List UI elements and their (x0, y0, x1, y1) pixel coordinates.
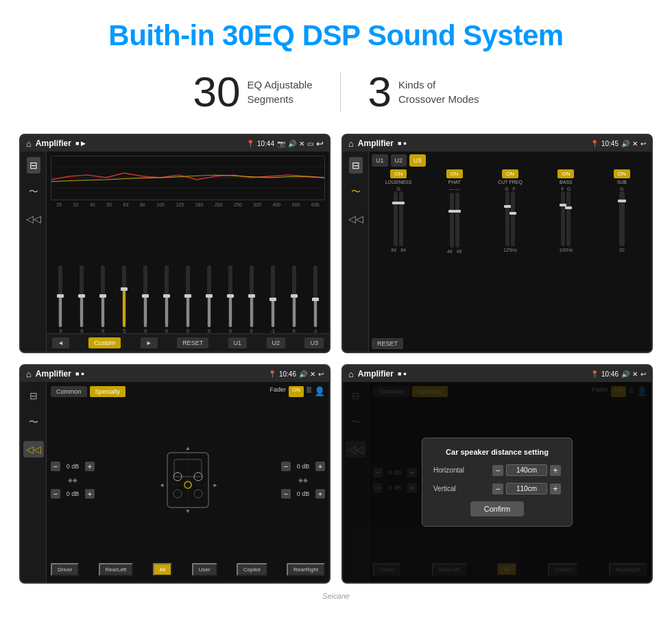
speaker-icon-2[interactable]: ◁◁ (346, 211, 366, 227)
confirm-button[interactable]: Confirm (470, 501, 525, 516)
status-bar-4: ⌂ Amplifier ■ ● 📍 10:46 🔊 ✕ ↩ (343, 366, 651, 382)
minus-horizontal[interactable]: − (492, 465, 503, 476)
svg-point-7 (173, 490, 182, 498)
eq-icon-2[interactable]: ⊟ (349, 157, 363, 174)
side-icons-1: ⊟ 〜 ◁◁ (21, 152, 47, 352)
window-icon-1: ▭ (307, 140, 313, 147)
prev-button[interactable]: ◄ (52, 337, 69, 348)
svg-text:▼: ▼ (185, 508, 191, 514)
minus-fr[interactable]: − (281, 462, 291, 471)
reset-button[interactable]: RESET (177, 337, 208, 348)
speaker-main-panel: Common Specialty Fader ON ||| 👤 − 0 dB (47, 382, 329, 582)
x-icon-4: ✕ (632, 370, 638, 378)
eq-slider-col-13: -1 (305, 265, 325, 333)
vol-icon-3: 🔊 (299, 370, 307, 378)
icons-4: ■ ● (398, 370, 407, 377)
u1-preset[interactable]: U1 (372, 154, 388, 167)
channel-cutfreq: ON CUT FREQ G F 125Hz (483, 169, 537, 333)
minus-fl[interactable]: − (51, 462, 60, 471)
u2-button[interactable]: U2 (267, 337, 286, 348)
screen-crossover: ⌂ Amplifier ■ ● 📍 10:45 🔊 ✕ ↩ ⊟ 〜 ◁◁ U (341, 134, 653, 353)
user-btn[interactable]: User (192, 563, 217, 576)
status-bar-3: ⌂ Amplifier ■ ● 📍 10:46 🔊 ✕ ↩ (21, 366, 329, 382)
tab-specialty[interactable]: Specialty (90, 386, 126, 397)
pin-icon-2: 📍 (590, 140, 599, 147)
wave-icon-3[interactable]: 〜 (26, 414, 41, 431)
watermark: Seicane (0, 589, 672, 604)
stat-crossover-text: Kinds ofCrossover Modes (398, 77, 479, 106)
plus-rr[interactable]: + (315, 489, 325, 499)
speaker-icon[interactable]: ◁◁ (23, 211, 44, 227)
eq-icon-3[interactable]: ⊟ (27, 387, 40, 404)
crossover-reset[interactable]: RESET (372, 338, 403, 349)
driver-btn[interactable]: Driver (51, 563, 79, 576)
home-icon-1[interactable]: ⌂ (26, 139, 32, 149)
back-icon-4[interactable]: ↩ (640, 370, 646, 378)
fader-label-3: Fader (269, 386, 286, 397)
eq-slider-col-5: 0 (136, 265, 156, 333)
u1-button[interactable]: U1 (228, 337, 248, 348)
eq-slider-col-6: 0 (157, 265, 177, 333)
u2-preset[interactable]: U2 (391, 154, 407, 167)
eq-icon[interactable]: ⊟ (27, 157, 40, 174)
dialog-title: Car speaker distance setting (433, 448, 561, 456)
channel-sub: ON SUB G 20 (595, 169, 649, 333)
speaker-bottom-btns: Driver RearLeft All User Copilot RearRig… (51, 561, 325, 578)
plus-rl[interactable]: + (85, 489, 95, 499)
sub-on[interactable]: ON (614, 169, 630, 178)
status-left-2: ⌂ Amplifier ■ ● (348, 139, 407, 149)
svg-text:▲: ▲ (185, 445, 191, 451)
dialog-overlay: Car speaker distance setting Horizontal … (343, 382, 651, 582)
horizontal-input[interactable]: 140cm (506, 464, 547, 476)
speaker-tabs: Common Specialty Fader ON ||| 👤 (51, 386, 325, 397)
custom-button[interactable]: Custom (88, 337, 121, 348)
eq-slider-track-2[interactable] (80, 265, 84, 327)
time-1: 10:44 (257, 140, 274, 147)
back-icon-1[interactable]: ↩ (316, 139, 324, 149)
phat-on[interactable]: ON (446, 169, 463, 178)
back-icon-3[interactable]: ↩ (318, 370, 324, 378)
app-title-1: Amplifier (36, 139, 71, 148)
home-icon-4[interactable]: ⌂ (348, 369, 354, 379)
right-db-controls: − 0 dB + ◈◈ − 0 dB + (281, 462, 325, 499)
eq-slider-track-1[interactable] (58, 265, 62, 327)
rearright-btn[interactable]: RearRight (287, 563, 325, 576)
plus-fl[interactable]: + (85, 462, 95, 471)
icons-2: ■ ● (398, 140, 407, 147)
page-title: Buith-in 30EQ DSP Sound System (0, 0, 672, 59)
vertical-input[interactable]: 110cm (506, 483, 547, 494)
u3-button[interactable]: U3 (304, 337, 324, 348)
vol-icon-2: 🔊 (621, 140, 629, 147)
loudness-label: LOUDNESS (385, 180, 412, 184)
back-icon-2[interactable]: ↩ (640, 140, 646, 147)
stat-eq-number: 30 (193, 67, 240, 116)
bass-on[interactable]: ON (557, 169, 574, 178)
copilot-btn[interactable]: Copilot (237, 563, 267, 576)
wave-icon[interactable]: 〜 (26, 183, 41, 201)
loudness-on[interactable]: ON (390, 169, 407, 178)
speaker-icon-3[interactable]: ◁◁ (23, 441, 44, 457)
fader-on-badge[interactable]: ON (289, 386, 304, 397)
tab-common[interactable]: Common (51, 386, 87, 397)
play-button[interactable]: ► (141, 337, 158, 348)
side-icons-3: ⊟ 〜 ◁◁ (21, 382, 47, 582)
plus-vertical[interactable]: + (550, 484, 561, 494)
record-icon-1: ■ ▶ (75, 140, 86, 147)
home-icon-2[interactable]: ⌂ (348, 139, 354, 149)
wave-icon-2[interactable]: 〜 (348, 183, 363, 201)
minus-vertical[interactable]: − (492, 484, 503, 494)
rearleft-btn[interactable]: RearLeft (99, 563, 134, 576)
all-btn[interactable]: All (153, 563, 173, 576)
eq-slider-col-12: 0 (284, 265, 304, 333)
home-icon-3[interactable]: ⌂ (26, 369, 32, 379)
vertical-value-box: − 110cm + (492, 483, 561, 494)
side-icons-2: ⊟ 〜 ◁◁ (343, 152, 369, 352)
cutfreq-on[interactable]: ON (502, 169, 518, 178)
svg-point-8 (194, 490, 202, 498)
minus-rr[interactable]: − (281, 489, 291, 499)
plus-fr[interactable]: + (315, 462, 325, 471)
u3-preset[interactable]: U3 (409, 154, 426, 167)
icons-3: ■ ● (75, 370, 84, 377)
plus-horizontal[interactable]: + (550, 465, 561, 476)
minus-rl[interactable]: − (51, 489, 60, 499)
